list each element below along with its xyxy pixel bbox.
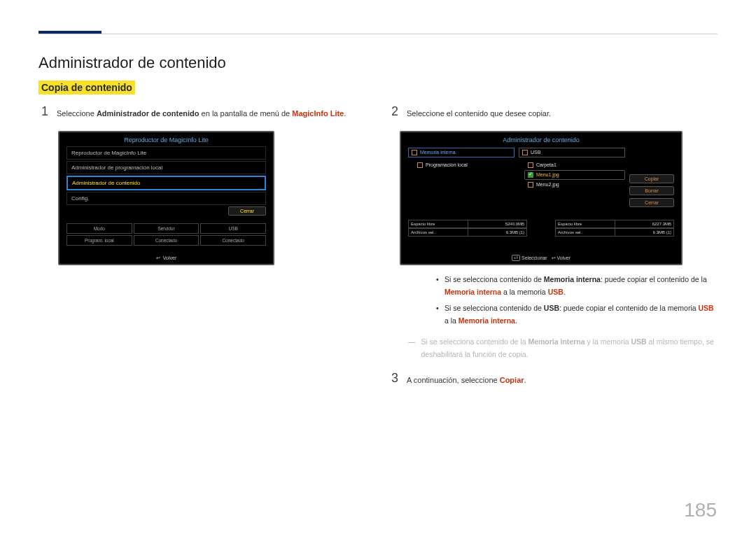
label: Memoria interna <box>420 150 456 155</box>
copy-button[interactable]: Copiar <box>629 174 674 183</box>
stat-free-space-right: Espacio libre6227.3MB <box>555 220 674 228</box>
step-number: 2 <box>388 104 398 121</box>
page-title: Administrador de contenido <box>38 54 718 72</box>
screenshot-magicinfo-menu: Reproductor de MagicInfo Lite Reproducto… <box>58 131 274 265</box>
note-disabled-copy: ― Si se selecciona contenido de la Memor… <box>408 336 718 361</box>
menu-item-selected[interactable]: Administrador de contenido <box>66 176 266 190</box>
grid-value: Conectado <box>134 235 200 246</box>
step-text: A continuación, seleccione Copiar. <box>407 374 526 388</box>
checkbox-icon[interactable] <box>412 150 417 155</box>
list-item[interactable]: Menu2.jpg <box>524 180 625 190</box>
step-text: Seleccione el contenido que desee copiar… <box>407 107 551 121</box>
step-2: 2 Seleccione el contenido que desee copi… <box>388 104 718 121</box>
checkbox-icon[interactable] <box>528 162 533 168</box>
footer-hints: ⏎Seleccionar ↩ Volver <box>401 255 681 261</box>
text: en la pantalla de menú de <box>200 109 293 118</box>
stat-free-space-left: Espacio libre5240.0MB <box>408 220 527 228</box>
hint-back: Volver <box>556 255 570 260</box>
left-column: 1 Seleccione Administrador de contenido … <box>38 104 368 398</box>
menu-item[interactable]: Config. <box>66 192 266 205</box>
step-number: 1 <box>38 104 48 121</box>
checkbox-checked-icon[interactable] <box>528 172 533 178</box>
checkbox-icon[interactable] <box>528 182 533 188</box>
status-grid: Modo Servidor USB Program. local Conecta… <box>66 223 266 246</box>
strong-term: Administrador de contenido <box>97 109 200 118</box>
step-text: Seleccione Administrador de contenido en… <box>57 107 346 121</box>
screen-title: Reproductor de MagicInfo Lite <box>59 136 273 143</box>
grid-header: USB <box>200 223 266 234</box>
menu-item[interactable]: Administrador de programación local <box>66 161 266 174</box>
text: . <box>344 109 346 118</box>
checkbox-icon[interactable] <box>417 162 423 168</box>
brand-term: MagicInfo Lite <box>292 109 344 118</box>
footer-hint: Volver <box>59 255 273 261</box>
bullet-item: Si se selecciona contenido de Memoria in… <box>436 274 718 299</box>
label: USB <box>531 150 540 155</box>
delete-button[interactable]: Borrar <box>629 186 674 195</box>
right-column: 2 Seleccione el contenido que desee copi… <box>388 104 718 398</box>
label: Menu1.jpg <box>536 172 559 177</box>
grid-value: Conectado <box>200 235 266 246</box>
close-button[interactable]: Cerrar <box>629 198 674 207</box>
grid-header: Servidor <box>134 223 200 234</box>
step-3: 3 A continuación, seleccione Copiar. <box>388 371 718 388</box>
grid-header: Modo <box>66 223 132 234</box>
text: Seleccione <box>57 109 97 118</box>
menu-item[interactable]: Reproductor de MagicInfo Lite <box>66 146 266 160</box>
close-button[interactable]: Cerrar <box>228 206 266 216</box>
label: Carpeta1 <box>536 162 556 167</box>
header-accent-bar <box>38 31 102 34</box>
note-dash-icon: ― <box>408 336 416 349</box>
list-item[interactable]: Programación local <box>414 160 514 170</box>
stat-selected-right: Archivos sel.:6.3MB (1) <box>555 228 674 237</box>
source-internal-memory[interactable]: Memoria interna <box>408 148 514 157</box>
label: Menu2.jpg <box>536 182 559 187</box>
page-number: 185 <box>684 499 717 521</box>
checkbox-icon[interactable] <box>522 150 528 155</box>
list-item-selected[interactable]: Menu1.jpg <box>524 170 625 180</box>
screenshot-content-manager: Administrador de contenido Memoria inter… <box>400 131 682 265</box>
step-number: 3 <box>388 371 398 388</box>
step-1: 1 Seleccione Administrador de contenido … <box>38 104 368 121</box>
section-title-highlight: Copia de contenido <box>38 80 135 94</box>
grid-value: Program. local <box>66 235 132 246</box>
hint-select: Seleccionar <box>522 255 547 260</box>
stat-selected-left: Archivos sel.:6.3MB (1) <box>408 228 527 237</box>
label: Programación local <box>426 162 468 167</box>
list-item[interactable]: Carpeta1 <box>524 160 625 170</box>
header-divider <box>38 34 718 34</box>
source-usb[interactable]: USB <box>519 148 625 157</box>
screen-title: Administrador de contenido <box>401 136 681 143</box>
bullet-list: Si se selecciona contenido de Memoria in… <box>408 274 718 328</box>
bullet-item: Si se selecciona contenido de USB: puede… <box>436 302 718 328</box>
